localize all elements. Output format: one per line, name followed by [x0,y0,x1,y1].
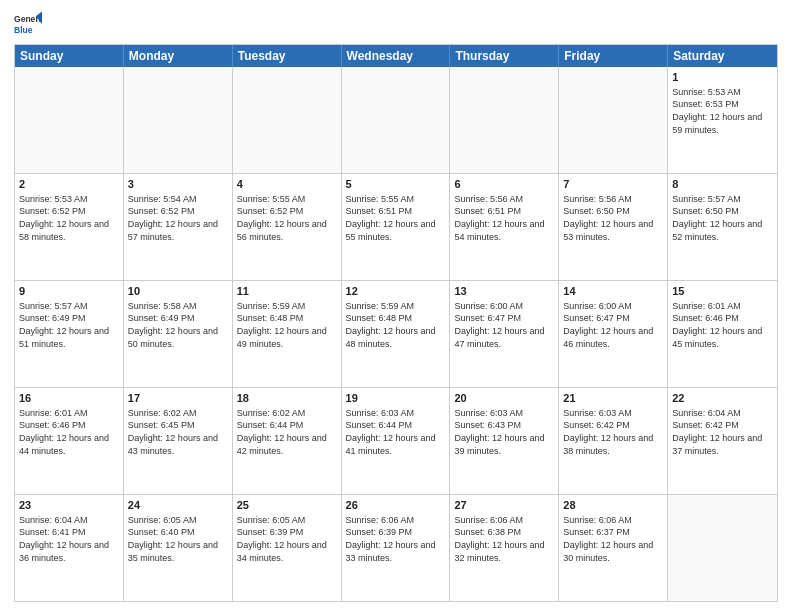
day-number: 2 [19,177,119,192]
cell-info: Sunrise: 5:53 AM Sunset: 6:52 PM Dayligh… [19,193,119,243]
cell-info: Sunrise: 6:01 AM Sunset: 6:46 PM Dayligh… [672,300,773,350]
cell-info: Sunrise: 6:02 AM Sunset: 6:45 PM Dayligh… [128,407,228,457]
day-number: 5 [346,177,446,192]
weekday-header-wednesday: Wednesday [342,45,451,67]
cell-info: Sunrise: 5:56 AM Sunset: 6:50 PM Dayligh… [563,193,663,243]
calendar-cell-2-4: 5Sunrise: 5:55 AM Sunset: 6:51 PM Daylig… [342,174,451,280]
day-number: 11 [237,284,337,299]
day-number: 7 [563,177,663,192]
calendar-cell-2-5: 6Sunrise: 5:56 AM Sunset: 6:51 PM Daylig… [450,174,559,280]
calendar-cell-3-4: 12Sunrise: 5:59 AM Sunset: 6:48 PM Dayli… [342,281,451,387]
day-number: 28 [563,498,663,513]
calendar-cell-2-7: 8Sunrise: 5:57 AM Sunset: 6:50 PM Daylig… [668,174,777,280]
cell-info: Sunrise: 6:00 AM Sunset: 6:47 PM Dayligh… [454,300,554,350]
day-number: 17 [128,391,228,406]
calendar-cell-2-3: 4Sunrise: 5:55 AM Sunset: 6:52 PM Daylig… [233,174,342,280]
cell-info: Sunrise: 6:03 AM Sunset: 6:42 PM Dayligh… [563,407,663,457]
calendar-cell-3-1: 9Sunrise: 5:57 AM Sunset: 6:49 PM Daylig… [15,281,124,387]
cell-info: Sunrise: 5:58 AM Sunset: 6:49 PM Dayligh… [128,300,228,350]
calendar-cell-4-7: 22Sunrise: 6:04 AM Sunset: 6:42 PM Dayli… [668,388,777,494]
weekday-header-sunday: Sunday [15,45,124,67]
day-number: 10 [128,284,228,299]
calendar-cell-1-2 [124,67,233,173]
calendar-cell-3-2: 10Sunrise: 5:58 AM Sunset: 6:49 PM Dayli… [124,281,233,387]
cell-info: Sunrise: 6:04 AM Sunset: 6:41 PM Dayligh… [19,514,119,564]
day-number: 12 [346,284,446,299]
day-number: 24 [128,498,228,513]
calendar-cell-1-4 [342,67,451,173]
calendar-cell-5-6: 28Sunrise: 6:06 AM Sunset: 6:37 PM Dayli… [559,495,668,601]
calendar-cell-1-3 [233,67,342,173]
weekday-header-friday: Friday [559,45,668,67]
calendar-cell-4-6: 21Sunrise: 6:03 AM Sunset: 6:42 PM Dayli… [559,388,668,494]
cell-info: Sunrise: 6:03 AM Sunset: 6:43 PM Dayligh… [454,407,554,457]
cell-info: Sunrise: 5:59 AM Sunset: 6:48 PM Dayligh… [237,300,337,350]
calendar-cell-3-7: 15Sunrise: 6:01 AM Sunset: 6:46 PM Dayli… [668,281,777,387]
calendar: SundayMondayTuesdayWednesdayThursdayFrid… [14,44,778,602]
cell-info: Sunrise: 6:06 AM Sunset: 6:38 PM Dayligh… [454,514,554,564]
calendar-cell-1-1 [15,67,124,173]
day-number: 27 [454,498,554,513]
calendar-cell-2-6: 7Sunrise: 5:56 AM Sunset: 6:50 PM Daylig… [559,174,668,280]
cell-info: Sunrise: 5:55 AM Sunset: 6:52 PM Dayligh… [237,193,337,243]
calendar-cell-5-4: 26Sunrise: 6:06 AM Sunset: 6:39 PM Dayli… [342,495,451,601]
cell-info: Sunrise: 5:59 AM Sunset: 6:48 PM Dayligh… [346,300,446,350]
cell-info: Sunrise: 6:03 AM Sunset: 6:44 PM Dayligh… [346,407,446,457]
calendar-cell-5-2: 24Sunrise: 6:05 AM Sunset: 6:40 PM Dayli… [124,495,233,601]
day-number: 22 [672,391,773,406]
cell-info: Sunrise: 5:57 AM Sunset: 6:49 PM Dayligh… [19,300,119,350]
cell-info: Sunrise: 5:56 AM Sunset: 6:51 PM Dayligh… [454,193,554,243]
cell-info: Sunrise: 6:05 AM Sunset: 6:40 PM Dayligh… [128,514,228,564]
cell-info: Sunrise: 6:05 AM Sunset: 6:39 PM Dayligh… [237,514,337,564]
calendar-cell-5-3: 25Sunrise: 6:05 AM Sunset: 6:39 PM Dayli… [233,495,342,601]
day-number: 15 [672,284,773,299]
logo-icon: General Blue [14,10,42,38]
day-number: 6 [454,177,554,192]
calendar-cell-3-5: 13Sunrise: 6:00 AM Sunset: 6:47 PM Dayli… [450,281,559,387]
weekday-header-saturday: Saturday [668,45,777,67]
day-number: 14 [563,284,663,299]
day-number: 16 [19,391,119,406]
day-number: 8 [672,177,773,192]
calendar-cell-3-3: 11Sunrise: 5:59 AM Sunset: 6:48 PM Dayli… [233,281,342,387]
calendar-cell-4-4: 19Sunrise: 6:03 AM Sunset: 6:44 PM Dayli… [342,388,451,494]
calendar-cell-4-5: 20Sunrise: 6:03 AM Sunset: 6:43 PM Dayli… [450,388,559,494]
calendar-cell-5-5: 27Sunrise: 6:06 AM Sunset: 6:38 PM Dayli… [450,495,559,601]
cell-info: Sunrise: 6:00 AM Sunset: 6:47 PM Dayligh… [563,300,663,350]
calendar-row-2: 2Sunrise: 5:53 AM Sunset: 6:52 PM Daylig… [15,173,777,280]
calendar-row-1: 1Sunrise: 5:53 AM Sunset: 6:53 PM Daylig… [15,67,777,173]
cell-info: Sunrise: 5:55 AM Sunset: 6:51 PM Dayligh… [346,193,446,243]
logo: General Blue [14,10,42,38]
calendar-header: SundayMondayTuesdayWednesdayThursdayFrid… [15,45,777,67]
day-number: 20 [454,391,554,406]
calendar-row-5: 23Sunrise: 6:04 AM Sunset: 6:41 PM Dayli… [15,494,777,601]
day-number: 23 [19,498,119,513]
cell-info: Sunrise: 5:57 AM Sunset: 6:50 PM Dayligh… [672,193,773,243]
cell-info: Sunrise: 6:06 AM Sunset: 6:37 PM Dayligh… [563,514,663,564]
calendar-cell-2-1: 2Sunrise: 5:53 AM Sunset: 6:52 PM Daylig… [15,174,124,280]
header: General Blue [14,10,778,38]
calendar-cell-1-7: 1Sunrise: 5:53 AM Sunset: 6:53 PM Daylig… [668,67,777,173]
day-number: 1 [672,70,773,85]
weekday-header-thursday: Thursday [450,45,559,67]
calendar-cell-4-3: 18Sunrise: 6:02 AM Sunset: 6:44 PM Dayli… [233,388,342,494]
weekday-header-monday: Monday [124,45,233,67]
calendar-cell-1-5 [450,67,559,173]
day-number: 25 [237,498,337,513]
day-number: 13 [454,284,554,299]
cell-info: Sunrise: 6:06 AM Sunset: 6:39 PM Dayligh… [346,514,446,564]
cell-info: Sunrise: 5:54 AM Sunset: 6:52 PM Dayligh… [128,193,228,243]
day-number: 9 [19,284,119,299]
day-number: 18 [237,391,337,406]
day-number: 26 [346,498,446,513]
calendar-row-3: 9Sunrise: 5:57 AM Sunset: 6:49 PM Daylig… [15,280,777,387]
cell-info: Sunrise: 6:04 AM Sunset: 6:42 PM Dayligh… [672,407,773,457]
calendar-cell-2-2: 3Sunrise: 5:54 AM Sunset: 6:52 PM Daylig… [124,174,233,280]
calendar-row-4: 16Sunrise: 6:01 AM Sunset: 6:46 PM Dayli… [15,387,777,494]
weekday-header-tuesday: Tuesday [233,45,342,67]
cell-info: Sunrise: 6:01 AM Sunset: 6:46 PM Dayligh… [19,407,119,457]
calendar-cell-1-6 [559,67,668,173]
svg-text:Blue: Blue [14,25,33,35]
page: General Blue SundayMondayTuesdayWednesda… [0,0,792,612]
cell-info: Sunrise: 6:02 AM Sunset: 6:44 PM Dayligh… [237,407,337,457]
